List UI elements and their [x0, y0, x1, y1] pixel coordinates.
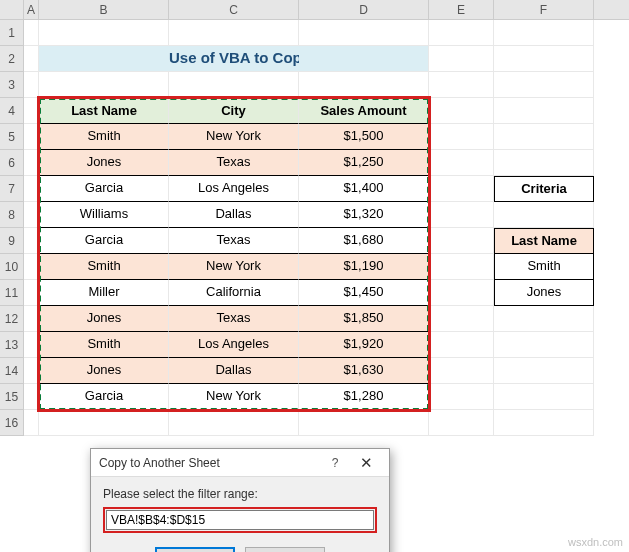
col-header-d[interactable]: D: [299, 0, 429, 19]
close-icon[interactable]: ✕: [349, 454, 383, 472]
cell-city[interactable]: Texas: [169, 228, 299, 254]
table-row: SmithNew York$1,500: [24, 124, 594, 150]
cell-city[interactable]: New York: [169, 124, 299, 150]
cell-last-name[interactable]: Garcia: [39, 384, 169, 410]
row-header[interactable]: 14: [0, 358, 24, 384]
cell-sales-amount[interactable]: $1,920: [299, 332, 429, 358]
cell-sales-amount[interactable]: $1,850: [299, 306, 429, 332]
filter-range-input[interactable]: [106, 510, 374, 530]
col-header-c[interactable]: C: [169, 0, 299, 19]
dialog-label: Please select the filter range:: [103, 487, 377, 501]
cell-last-name[interactable]: Garcia: [39, 228, 169, 254]
criteria-header-cell[interactable]: Last Name: [494, 228, 594, 254]
col-header-a[interactable]: A: [24, 0, 39, 19]
col-header-e[interactable]: E: [429, 0, 494, 19]
criteria-value-cell[interactable]: Smith: [494, 254, 594, 280]
cell-last-name[interactable]: Jones: [39, 306, 169, 332]
cell-city[interactable]: New York: [169, 254, 299, 280]
cell-city[interactable]: Dallas: [169, 202, 299, 228]
cell-city[interactable]: Texas: [169, 306, 299, 332]
cell-sales-amount[interactable]: $1,630: [299, 358, 429, 384]
cell-city[interactable]: Los Angeles: [169, 176, 299, 202]
grid-area[interactable]: Use of VBA to Copy Last Name City Sales …: [24, 20, 594, 436]
dialog-title: Copy to Another Sheet: [99, 456, 321, 470]
row-headers: 12345678910111213141516: [0, 20, 24, 436]
row-header[interactable]: 11: [0, 280, 24, 306]
watermark: wsxdn.com: [568, 536, 623, 548]
cell-sales-amount[interactable]: $1,500: [299, 124, 429, 150]
copy-to-another-sheet-dialog: Copy to Another Sheet ? ✕ Please select …: [90, 448, 390, 552]
grid-row: [24, 20, 594, 46]
title-row: Use of VBA to Copy: [24, 46, 594, 72]
dialog-titlebar[interactable]: Copy to Another Sheet ? ✕: [91, 449, 389, 477]
cell-last-name[interactable]: Williams: [39, 202, 169, 228]
table-row: JonesDallas$1,630: [24, 358, 594, 384]
row-header[interactable]: 1: [0, 20, 24, 46]
cell-city[interactable]: Dallas: [169, 358, 299, 384]
cell-last-name[interactable]: Garcia: [39, 176, 169, 202]
row-header[interactable]: 4: [0, 98, 24, 124]
cell-sales-amount[interactable]: $1,250: [299, 150, 429, 176]
cell-city[interactable]: California: [169, 280, 299, 306]
cell-sales-amount[interactable]: $1,320: [299, 202, 429, 228]
row-header[interactable]: 3: [0, 72, 24, 98]
row-header[interactable]: 9: [0, 228, 24, 254]
row-header[interactable]: 13: [0, 332, 24, 358]
row-header[interactable]: 10: [0, 254, 24, 280]
cell-last-name[interactable]: Smith: [39, 254, 169, 280]
row-header[interactable]: 12: [0, 306, 24, 332]
cell-sales-amount[interactable]: $1,400: [299, 176, 429, 202]
column-headers: A B C D E F: [0, 0, 629, 20]
criteria-value-cell[interactable]: Jones: [494, 280, 594, 306]
ok-button[interactable]: OK: [155, 547, 235, 552]
header-city[interactable]: City: [169, 98, 299, 124]
table-row: WilliamsDallas$1,320: [24, 202, 594, 228]
grid-row: [24, 72, 594, 98]
select-all-corner[interactable]: [0, 0, 24, 19]
cell-sales-amount[interactable]: $1,680: [299, 228, 429, 254]
cell-last-name[interactable]: Miller: [39, 280, 169, 306]
range-input-highlight: [103, 507, 377, 533]
row-header[interactable]: 5: [0, 124, 24, 150]
row-header[interactable]: 7: [0, 176, 24, 202]
cell-sales-amount[interactable]: $1,450: [299, 280, 429, 306]
cancel-button[interactable]: Cancel: [245, 547, 325, 552]
row-header[interactable]: 16: [0, 410, 24, 436]
page-title: Use of VBA to Copy: [169, 46, 299, 72]
row-header[interactable]: 2: [0, 46, 24, 72]
cell-city[interactable]: Texas: [169, 150, 299, 176]
cell-city[interactable]: New York: [169, 384, 299, 410]
cell-sales-amount[interactable]: $1,280: [299, 384, 429, 410]
criteria-label-cell[interactable]: Criteria: [494, 176, 594, 202]
row-header[interactable]: 6: [0, 150, 24, 176]
grid-row: [24, 410, 594, 436]
col-header-f[interactable]: F: [494, 0, 594, 19]
cell-last-name[interactable]: Jones: [39, 150, 169, 176]
table-row: JonesTexas$1,250: [24, 150, 594, 176]
cell-city[interactable]: Los Angeles: [169, 332, 299, 358]
cell-last-name[interactable]: Jones: [39, 358, 169, 384]
table-row: JonesTexas$1,850: [24, 306, 594, 332]
help-icon[interactable]: ?: [321, 456, 349, 470]
worksheet: A B C D E F 12345678910111213141516 Use …: [0, 0, 629, 20]
table-header-row: Last Name City Sales Amount: [24, 98, 594, 124]
header-last-name[interactable]: Last Name: [39, 98, 169, 124]
table-row: GarciaNew York$1,280: [24, 384, 594, 410]
row-header[interactable]: 15: [0, 384, 24, 410]
table-row: SmithLos Angeles$1,920: [24, 332, 594, 358]
dialog-body: Please select the filter range: ➔ OK Can…: [91, 477, 389, 552]
cell-sales-amount[interactable]: $1,190: [299, 254, 429, 280]
cell-last-name[interactable]: Smith: [39, 124, 169, 150]
cell-last-name[interactable]: Smith: [39, 332, 169, 358]
header-sales-amount[interactable]: Sales Amount: [299, 98, 429, 124]
row-header[interactable]: 8: [0, 202, 24, 228]
col-header-b[interactable]: B: [39, 0, 169, 19]
